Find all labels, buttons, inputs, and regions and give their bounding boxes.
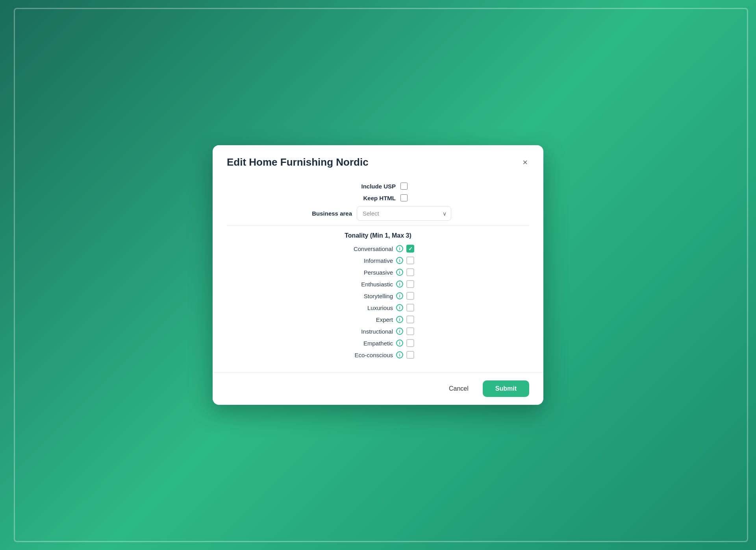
tonality-row-storytelling: Storytelling i: [227, 292, 529, 300]
modal-header: Edit Home Furnishing Nordic ×: [213, 145, 543, 176]
tonality-label-informative: Informative: [342, 257, 393, 264]
tonality-label-enthusiastic: Enthusiastic: [342, 281, 393, 288]
tonality-label-persuasive: Persuasive: [342, 269, 393, 276]
modal-overlay: Edit Home Furnishing Nordic × Include US…: [0, 0, 756, 550]
submit-button[interactable]: Submit: [483, 380, 529, 397]
info-icon-informative[interactable]: i: [396, 257, 403, 264]
tonality-checkbox-luxurious[interactable]: [406, 304, 414, 312]
tonality-row-conversational: Conversational i: [227, 245, 529, 253]
tonality-label-conversational: Conversational: [342, 245, 393, 252]
info-icon-empathetic[interactable]: i: [396, 340, 403, 347]
keep-html-checkbox[interactable]: [400, 194, 408, 201]
tonality-label-storytelling: Storytelling: [342, 293, 393, 299]
divider: [227, 225, 529, 226]
tonality-row-empathetic: Empathetic i: [227, 339, 529, 347]
include-usp-checkbox[interactable]: [400, 183, 408, 190]
include-usp-label: Include USP: [348, 183, 396, 190]
tonality-checkbox-persuasive[interactable]: [406, 268, 414, 276]
info-icon-persuasive[interactable]: i: [396, 269, 403, 276]
modal-footer: Cancel Submit: [213, 372, 543, 405]
tonality-label-empathetic: Empathetic: [342, 340, 393, 347]
cancel-button[interactable]: Cancel: [441, 381, 476, 396]
tonality-title: Tonality (Min 1, Max 3): [345, 232, 411, 239]
info-icon-expert[interactable]: i: [396, 316, 403, 323]
tonality-row-expert: Expert i: [227, 316, 529, 323]
business-area-select[interactable]: Select: [357, 206, 451, 221]
info-icon-storytelling[interactable]: i: [396, 292, 403, 299]
tonality-section: Tonality (Min 1, Max 3) Conversational i…: [227, 232, 529, 363]
tonality-row-instructional: Instructional i: [227, 327, 529, 335]
modal-dialog: Edit Home Furnishing Nordic × Include US…: [213, 145, 543, 405]
tonality-row-informative: Informative i: [227, 257, 529, 264]
info-icon-conversational[interactable]: i: [396, 245, 403, 252]
info-icon-instructional[interactable]: i: [396, 328, 403, 335]
tonality-label-expert: Expert: [342, 316, 393, 323]
tonality-row-persuasive: Persuasive i: [227, 268, 529, 276]
info-icon-enthusiastic[interactable]: i: [396, 281, 403, 288]
info-icon-eco-conscious[interactable]: i: [396, 351, 403, 358]
tonality-checkbox-conversational[interactable]: [406, 245, 414, 253]
business-area-row: Business area Select: [227, 206, 529, 221]
tonality-checkbox-expert[interactable]: [406, 316, 414, 323]
tonality-checkbox-instructional[interactable]: [406, 327, 414, 335]
tonality-checkbox-storytelling[interactable]: [406, 292, 414, 300]
tonality-row-luxurious: Luxurious i: [227, 304, 529, 312]
business-area-select-wrapper: Select: [357, 206, 451, 221]
modal-body: Include USP Keep HTML Business area Sele…: [213, 176, 543, 372]
info-icon-luxurious[interactable]: i: [396, 304, 403, 311]
close-button[interactable]: ×: [521, 157, 529, 168]
tonality-label-instructional: Instructional: [342, 328, 393, 335]
keep-html-row: Keep HTML: [227, 194, 529, 201]
modal-title: Edit Home Furnishing Nordic: [227, 156, 369, 168]
tonality-label-luxurious: Luxurious: [342, 305, 393, 311]
tonality-checkbox-eco-conscious[interactable]: [406, 351, 414, 359]
tonality-checkbox-enthusiastic[interactable]: [406, 280, 414, 288]
tonality-checkbox-informative[interactable]: [406, 257, 414, 264]
tonality-row-eco-conscious: Eco-conscious i: [227, 351, 529, 359]
include-usp-row: Include USP: [227, 183, 529, 190]
business-area-label: Business area: [305, 210, 352, 217]
tonality-checkbox-empathetic[interactable]: [406, 339, 414, 347]
keep-html-label: Keep HTML: [348, 195, 396, 201]
tonality-label-eco-conscious: Eco-conscious: [342, 352, 393, 358]
tonality-row-enthusiastic: Enthusiastic i: [227, 280, 529, 288]
